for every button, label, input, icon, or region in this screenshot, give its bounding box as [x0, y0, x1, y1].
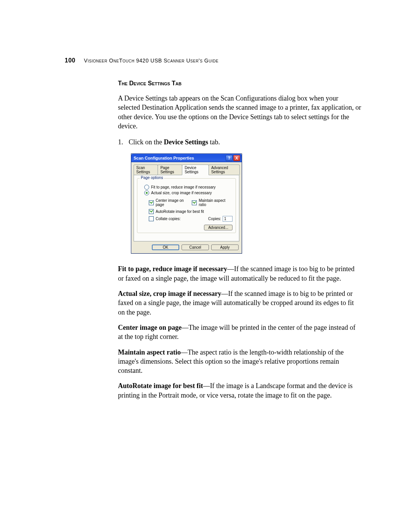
page-header: 100 Visioneer OneTouch 9420 USB Scanner …: [65, 57, 362, 64]
tab-panel: Page options Fit to page, reduce image i…: [134, 175, 239, 241]
radio-icon: [144, 190, 149, 195]
scan-config-dialog: Scan Configuration Properties ? X Scan S…: [131, 153, 242, 254]
dialog-body: Scan Settings Page Settings Device Setti…: [131, 162, 242, 253]
apply-button[interactable]: Apply: [211, 244, 239, 250]
tab-device-settings[interactable]: Device Settings: [182, 165, 209, 175]
cancel-button[interactable]: Cancel: [182, 244, 209, 250]
dialog-titlebar[interactable]: Scan Configuration Properties ? X: [131, 154, 242, 162]
radio-fit-to-page[interactable]: Fit to page, reduce image if necessary: [144, 185, 233, 190]
tab-advanced-settings[interactable]: Advanced Settings: [209, 165, 240, 175]
step-number: 1.: [118, 137, 129, 147]
radio-actual-size[interactable]: Actual size, crop image if necessary: [144, 190, 233, 195]
dialog-screenshot: Scan Configuration Properties ? X Scan S…: [131, 153, 362, 254]
advanced-row: Advanced...: [140, 225, 233, 230]
checkbox-icon: [149, 209, 154, 214]
checkbox-collate[interactable]: Collate copies:: [149, 216, 181, 221]
tab-scan-settings[interactable]: Scan Settings: [134, 165, 158, 175]
def-center: Center image on page—The image will be p…: [118, 323, 362, 342]
def-term: AutoRotate image for best fit: [118, 382, 203, 390]
step-1: 1. Click on the Device Settings tab.: [118, 137, 362, 147]
dialog-title: Scan Configuration Properties: [134, 156, 225, 160]
def-autorotate: AutoRotate image for best fit—If the ima…: [118, 381, 362, 400]
advanced-button[interactable]: Advanced...: [204, 225, 233, 230]
help-icon[interactable]: ?: [226, 155, 233, 161]
checkbox-label: Collate copies:: [156, 217, 181, 221]
def-term: Center image on page: [118, 324, 182, 331]
tab-page-settings[interactable]: Page Settings: [158, 165, 182, 175]
checkbox-autorotate[interactable]: AutoRotate image for best fit: [149, 209, 233, 214]
def-term: Maintain aspect ratio: [118, 348, 181, 356]
checkbox-label: Center image on page: [156, 198, 192, 207]
section-title: The Device Settings Tab: [118, 80, 362, 87]
checkbox-icon: [192, 200, 197, 205]
intro-paragraph: A Device Settings tab appears on the Sca…: [118, 94, 362, 131]
dialog-button-row: OK Cancel Apply: [134, 244, 239, 250]
copies-label: Copies:: [208, 217, 221, 221]
ok-button[interactable]: OK: [152, 244, 179, 250]
def-term: Actual size, crop image if necessary: [118, 290, 221, 297]
def-actual: Actual size, crop image if necessary—If …: [118, 289, 362, 317]
step-bold: Device Settings: [164, 138, 208, 146]
checkbox-icon: [149, 200, 154, 205]
radio-label: Actual size, crop image if necessary: [151, 191, 212, 195]
checkbox-center-image[interactable]: Center image on page: [149, 198, 192, 207]
page-options-group: Page options Fit to page, reduce image i…: [137, 178, 236, 233]
group-title: Page options: [140, 176, 164, 180]
content-column: The Device Settings Tab A Device Setting…: [118, 80, 362, 400]
checkbox-maintain-aspect[interactable]: Maintain aspect ratio: [192, 198, 233, 207]
checkbox-label: Maintain aspect ratio: [199, 198, 233, 207]
def-fit: Fit to page, reduce image if necessary—I…: [118, 264, 362, 283]
radio-icon: [144, 185, 149, 190]
checkbox-icon: [149, 216, 154, 221]
page: 100 Visioneer OneTouch 9420 USB Scanner …: [0, 0, 411, 532]
step-text: Click on the Device Settings tab.: [129, 137, 220, 147]
checkbox-label: AutoRotate image for best fit: [156, 209, 204, 214]
close-icon[interactable]: X: [233, 155, 240, 161]
page-number: 100: [65, 57, 75, 64]
step-post: tab.: [208, 138, 220, 146]
def-term: Fit to page, reduce image if necessary: [118, 265, 227, 273]
def-aspect: Maintain aspect ratio—The aspect ratio i…: [118, 348, 362, 375]
tab-strip: Scan Settings Page Settings Device Setti…: [134, 165, 239, 175]
copies-input[interactable]: 1: [223, 216, 233, 222]
header-title: Visioneer OneTouch 9420 USB Scanner User…: [84, 58, 219, 64]
radio-label: Fit to page, reduce image if necessary: [151, 185, 216, 189]
step-pre: Click on the: [129, 138, 164, 146]
collate-row: Collate copies: Copies: 1: [149, 216, 233, 222]
